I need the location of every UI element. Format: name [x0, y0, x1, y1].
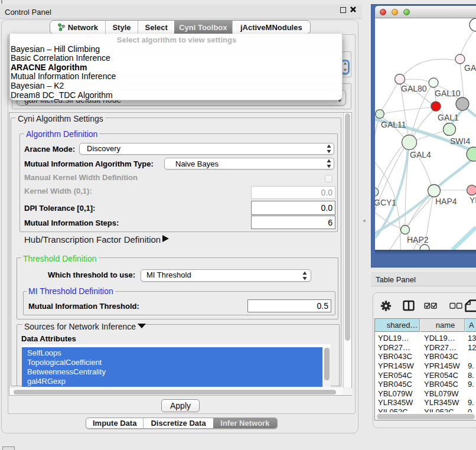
svg-text:GAL10: GAL10 — [435, 89, 461, 98]
svg-text:GAL2: GAL2 — [464, 63, 476, 73]
svg-text:HAP4: HAP4 — [435, 197, 457, 206]
svg-text:GCY1: GCY1 — [375, 198, 396, 207]
svg-text:GAL80: GAL80 — [401, 84, 427, 93]
svg-text:SWI4: SWI4 — [450, 136, 470, 146]
svg-text:GAL4: GAL4 — [410, 150, 431, 159]
svg-text:YE: YE — [470, 195, 476, 205]
svg-text:HAP2: HAP2 — [407, 235, 429, 244]
svg-text:GAL11: GAL11 — [381, 120, 406, 129]
svg-text:GAL1: GAL1 — [438, 113, 459, 122]
